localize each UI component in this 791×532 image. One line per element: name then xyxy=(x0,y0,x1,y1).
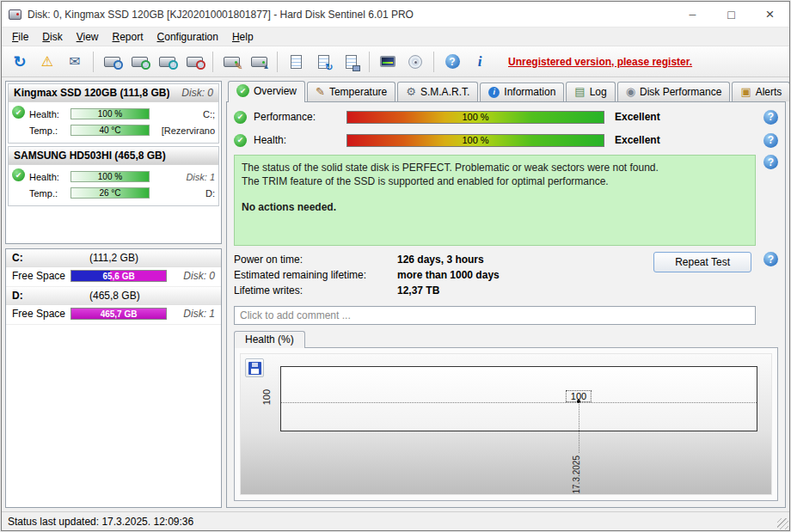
surface-test-button[interactable] xyxy=(126,50,152,74)
health-bar: 100 % xyxy=(71,171,150,182)
toolbar: Unregistered version, please register. xyxy=(2,46,789,77)
repeat-test-button[interactable]: Repeat Test xyxy=(653,252,751,272)
health-rating: Excellent xyxy=(615,134,660,146)
health-label: Health: xyxy=(29,109,67,119)
refresh-button[interactable] xyxy=(7,50,33,74)
tab-temperature[interactable]: Temperature xyxy=(307,82,396,101)
performance-monitor-button[interactable] xyxy=(375,50,401,74)
tab-label: Information xyxy=(504,86,555,98)
menu-disk[interactable]: Disk xyxy=(35,28,69,46)
disk-card-1[interactable]: SAMSUNG HD503HI (465,8 GB) Health: 100 %… xyxy=(8,146,219,206)
tab-label: Alerts xyxy=(756,86,782,98)
titlebar: Disk: 0, Kingmax SSD 120GB [KJ2020100018… xyxy=(2,2,789,28)
menu-file[interactable]: File xyxy=(5,28,35,46)
window-title: Disk: 0, Kingmax SSD 120GB [KJ2020100018… xyxy=(28,9,673,21)
performance-rating: Excellent xyxy=(615,111,660,123)
extended-test-button[interactable] xyxy=(154,50,180,74)
temp-value: 26 °C xyxy=(99,188,120,198)
temp-label: Temp.: xyxy=(29,188,67,199)
report-refresh-button[interactable] xyxy=(310,50,336,74)
performance-value: 100 % xyxy=(462,112,488,122)
status-line-actions: No actions needed. xyxy=(242,200,748,214)
free-space-label: Free Space xyxy=(12,270,65,282)
tab-smart[interactable]: S.M.A.R.T. xyxy=(397,82,478,101)
resize-grip[interactable] xyxy=(777,518,788,529)
chart-gridline xyxy=(281,402,757,403)
alerts-config-button[interactable] xyxy=(34,50,60,74)
tab-disk-performance[interactable]: Disk Performance xyxy=(617,82,731,101)
performance-help-icon[interactable] xyxy=(763,110,778,125)
tab-alerts[interactable]: Alerts xyxy=(732,82,790,101)
tab-overview[interactable]: Overview xyxy=(228,81,305,102)
update-info-button[interactable] xyxy=(467,50,493,74)
app-icon xyxy=(9,9,21,20)
health-value: 100 % xyxy=(98,172,122,181)
performance-meter: 100 % xyxy=(346,111,604,124)
partition-header-c[interactable]: C: (111,2 GB) xyxy=(6,249,221,267)
report-button[interactable] xyxy=(283,50,309,74)
health-chart-section: Health (%) 100 100 17.3.2025 xyxy=(234,331,778,501)
disk-index-label: Disk: 0 xyxy=(178,87,213,99)
disk-eject-button[interactable] xyxy=(246,50,272,74)
temperature-tab-icon xyxy=(316,85,325,98)
temp-bar: 40 °C xyxy=(71,125,150,136)
statistics-row: Power on time: 126 days, 3 hours Estimat… xyxy=(234,252,778,300)
minimize-button[interactable] xyxy=(673,2,712,27)
toolbar-separator xyxy=(369,52,370,72)
comment-input[interactable] xyxy=(234,306,756,325)
disk-card-header: SAMSUNG HD503HI (465,8 GB) xyxy=(9,147,218,165)
disk-write-test-button[interactable] xyxy=(218,50,244,74)
health-value: 100 % xyxy=(462,135,488,145)
health-ok-icon xyxy=(234,134,247,147)
menu-help[interactable]: Help xyxy=(225,28,261,46)
drive-letters: D: xyxy=(205,188,215,199)
chart-area: 100 100 17.3.2025 xyxy=(240,353,772,495)
tab-information[interactable]: Information xyxy=(480,83,564,101)
help-button[interactable] xyxy=(439,50,465,74)
menu-report[interactable]: Report xyxy=(106,28,150,46)
maximize-button[interactable] xyxy=(712,2,751,27)
window-controls xyxy=(673,2,789,27)
menu-view[interactable]: View xyxy=(70,28,106,46)
message-button[interactable] xyxy=(62,50,88,74)
chart-point xyxy=(577,400,580,403)
overview-panel: Performance: 100 % Excellent Health: 100… xyxy=(226,101,786,508)
disk-eject-icon xyxy=(251,57,267,67)
disk-card-0[interactable]: Kingmax SSD 120GB (111,8 GB) Disk: 0 Hea… xyxy=(8,83,219,144)
chart-y-tick: 100 xyxy=(261,389,272,405)
disk-card-body: Health: 100 % Disk: 1 Temp.: 26 °C D: xyxy=(9,165,218,205)
menu-configuration[interactable]: Configuration xyxy=(150,28,225,46)
tab-label: Overview xyxy=(254,85,297,97)
health-label: Health: xyxy=(29,172,67,182)
stat-label: Lifetime writes: xyxy=(234,284,397,297)
document-refresh-icon xyxy=(318,55,329,69)
health-help-icon[interactable] xyxy=(763,133,778,148)
temp-bar: 26 °C xyxy=(71,187,150,199)
health-value: 100 % xyxy=(98,109,122,119)
close-button[interactable] xyxy=(751,2,789,27)
sidebar: Kingmax SSD 120GB (111,8 GB) Disk: 0 Hea… xyxy=(5,81,222,508)
error-scan-button[interactable] xyxy=(181,50,207,74)
temp-label: Temp.: xyxy=(29,125,67,136)
disc-tools-button[interactable] xyxy=(402,50,428,74)
partition-header-d[interactable]: D: (465,8 GB) xyxy=(6,287,221,305)
status-help-icon[interactable] xyxy=(763,155,778,169)
tab-log[interactable]: Log xyxy=(566,82,615,101)
disk-card-body: Health: 100 % C:; Temp.: 40 °C [Rezervir… xyxy=(9,102,218,143)
performance-label: Performance: xyxy=(254,111,340,123)
save-chart-button[interactable] xyxy=(245,358,264,377)
toolbar-separator xyxy=(93,52,94,72)
status-line: The status of the solid state disk is PE… xyxy=(242,161,748,174)
drive-letters: C:; xyxy=(203,109,215,119)
performance-ok-icon xyxy=(234,111,247,124)
status-message-box: The status of the solid state disk is PE… xyxy=(234,155,756,246)
quick-test-button[interactable] xyxy=(99,50,125,74)
chart-tab-health[interactable]: Health (%) xyxy=(234,331,305,348)
stats-help-icon[interactable] xyxy=(763,252,778,266)
disk-index-label: Disk: 1 xyxy=(186,172,215,182)
toolbar-separator xyxy=(212,52,213,72)
network-report-button[interactable] xyxy=(338,50,364,74)
register-link[interactable]: Unregistered version, please register. xyxy=(508,56,692,68)
partition-note: [Rezervirano xyxy=(162,125,215,136)
floppy-icon xyxy=(248,362,261,375)
